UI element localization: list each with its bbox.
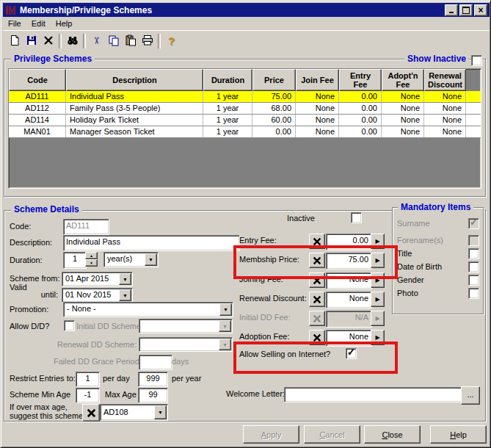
menu-help[interactable]: Help bbox=[51, 18, 78, 29]
print-button[interactable] bbox=[139, 33, 156, 49]
column-header[interactable]: Join Fee bbox=[296, 69, 339, 91]
inactive-label: Inactive bbox=[287, 214, 315, 223]
column-header[interactable]: Duration bbox=[203, 69, 252, 91]
fee-value-field[interactable]: None bbox=[326, 330, 372, 347]
duration-value-field[interactable]: 1 bbox=[63, 252, 87, 269]
suggest-scheme-combo[interactable]: AD108 ▼ bbox=[100, 404, 168, 421]
valid-label: Valid bbox=[10, 283, 27, 292]
welcome-letter-browse-button[interactable]: ... bbox=[461, 386, 480, 405]
dropdown-arrow-icon[interactable]: ▼ bbox=[219, 303, 232, 316]
spin-down-button[interactable]: ▼ bbox=[85, 259, 98, 267]
column-header[interactable]: Entry Fee bbox=[339, 69, 382, 91]
find-button[interactable] bbox=[64, 33, 81, 49]
mandatory-item-checkbox[interactable] bbox=[468, 261, 479, 272]
maximize-button[interactable] bbox=[459, 4, 473, 16]
welcome-letter-field[interactable] bbox=[284, 387, 465, 402]
help-button[interactable]: ? bbox=[163, 33, 180, 49]
button-label: Close bbox=[382, 430, 402, 439]
schemes-table: CodeDescriptionDurationPriceJoin FeeEntr… bbox=[8, 68, 481, 189]
column-header[interactable]: Code bbox=[9, 69, 66, 91]
paste-icon bbox=[125, 35, 137, 48]
table-cell: None bbox=[296, 115, 339, 126]
promotion-combo[interactable]: - None - ▼ bbox=[63, 302, 233, 317]
max-age-field[interactable]: 99 bbox=[138, 388, 168, 403]
fee-clear-button[interactable] bbox=[309, 272, 325, 288]
close-icon: × bbox=[478, 6, 483, 15]
allow-dd-checkbox[interactable] bbox=[64, 320, 75, 331]
fee-expand-button[interactable]: ▶ bbox=[371, 330, 385, 345]
max-age-label: Max Age bbox=[105, 390, 137, 399]
column-header[interactable]: Adopt'n Fee bbox=[382, 69, 424, 91]
delete-button[interactable] bbox=[40, 33, 57, 49]
suggest-scheme-clear-button[interactable] bbox=[82, 404, 100, 422]
table-cell: 0.00 bbox=[252, 126, 296, 137]
min-age-field[interactable]: -1 bbox=[76, 388, 100, 403]
inactive-checkbox[interactable] bbox=[351, 212, 362, 223]
menu-edit[interactable]: Edit bbox=[26, 18, 51, 29]
find-binoculars-icon bbox=[67, 35, 79, 48]
allow-internet-checkbox[interactable] bbox=[346, 348, 357, 359]
button-label: Cancel bbox=[319, 430, 344, 439]
dropdown-arrow-icon[interactable]: ▼ bbox=[145, 253, 157, 266]
fee-value-field[interactable]: 0.00 bbox=[326, 234, 372, 250]
table-row[interactable]: AD114Holiday Park Ticket1 year60.00None0… bbox=[9, 115, 481, 126]
table-row[interactable]: MAN01Manager Season Ticket1 year0.00None… bbox=[9, 126, 481, 138]
help-button[interactable]: Help bbox=[430, 425, 487, 444]
dropdown-arrow-icon[interactable]: ▼ bbox=[119, 289, 131, 301]
fee-clear-button[interactable] bbox=[309, 234, 325, 249]
show-inactive-checkbox[interactable] bbox=[471, 55, 482, 66]
title-bar[interactable]: Membership/Privilege Schemes × bbox=[3, 3, 490, 17]
allow-dd-label: Allow D/D? bbox=[10, 322, 49, 330]
menu-file[interactable]: File bbox=[3, 18, 26, 29]
spin-up-button[interactable]: ▲ bbox=[85, 252, 98, 259]
table-cell: 60.00 bbox=[252, 115, 296, 126]
per-day-field[interactable]: 1 bbox=[76, 372, 100, 387]
table-row[interactable]: AD111Individual Pass1 year75.00None0.00N… bbox=[9, 91, 481, 103]
menu-bar: File Edit Help bbox=[3, 17, 490, 30]
mandatory-item-checkbox[interactable] bbox=[468, 288, 479, 299]
per-year-field[interactable]: 999 bbox=[138, 372, 168, 387]
table-cell: 0.00 bbox=[339, 91, 382, 102]
failed-dd-grace-label: Failed DD Grace Period: bbox=[54, 357, 137, 366]
paste-button[interactable] bbox=[122, 33, 139, 49]
table-cell: None bbox=[382, 91, 424, 102]
cut-button[interactable]: ✂ bbox=[88, 33, 105, 49]
new-button[interactable] bbox=[6, 33, 23, 49]
save-icon bbox=[26, 35, 37, 48]
mandatory-item-checkbox[interactable] bbox=[468, 248, 479, 259]
copy-button[interactable] bbox=[105, 33, 122, 49]
valid-until-date-combo[interactable]: 01 Nov 2015 ▼ bbox=[62, 288, 133, 303]
table-cell: 68.00 bbox=[252, 103, 296, 114]
column-header[interactable]: Description bbox=[66, 69, 203, 91]
scheme-from-date-combo[interactable]: 01 Apr 2015 ▼ bbox=[62, 272, 133, 286]
close-button[interactable]: × bbox=[474, 4, 487, 16]
description-field[interactable]: Individual Pass bbox=[63, 235, 240, 251]
minimize-button[interactable] bbox=[445, 4, 458, 16]
fee-clear-button[interactable] bbox=[309, 330, 325, 345]
duration-unit-combo[interactable]: year(s) ▼ bbox=[103, 252, 159, 267]
dropdown-arrow-icon[interactable]: ▼ bbox=[119, 273, 131, 285]
fee-clear-button[interactable] bbox=[309, 253, 325, 268]
welcome-letter-label: Welcome Letter: bbox=[226, 389, 285, 398]
save-button[interactable] bbox=[23, 33, 40, 49]
fee-value-field[interactable]: None bbox=[326, 292, 372, 308]
fee-expand-button[interactable]: ▶ bbox=[371, 253, 385, 268]
column-header[interactable]: Renewal Discount bbox=[424, 69, 466, 91]
fee-expand-button[interactable]: ▶ bbox=[371, 272, 385, 288]
fee-clear-button[interactable] bbox=[309, 292, 325, 307]
mandatory-item-checkbox bbox=[468, 218, 479, 229]
renewal-dd-scheme-label: Renewal DD Scheme: bbox=[57, 340, 137, 349]
column-header[interactable]: Price bbox=[252, 69, 296, 91]
fee-label: Membship Price: bbox=[239, 255, 308, 264]
close-button[interactable]: Close bbox=[364, 425, 421, 444]
dropdown-arrow-icon[interactable]: ▼ bbox=[154, 405, 167, 419]
table-row[interactable]: AD112Family Pass (3-5 People)1 year68.00… bbox=[9, 103, 481, 115]
fee-expand-button[interactable]: ▶ bbox=[371, 234, 385, 249]
until-label: until: bbox=[36, 290, 58, 299]
suggest-scheme-label-line1: If over max age, bbox=[10, 402, 68, 411]
mandatory-item-checkbox[interactable] bbox=[468, 275, 479, 286]
fee-expand-button[interactable]: ▶ bbox=[371, 292, 385, 307]
fee-value-field[interactable]: None bbox=[326, 272, 372, 289]
fee-value-field[interactable]: 75.00 bbox=[326, 253, 372, 270]
table-cell: AD111 bbox=[9, 91, 66, 102]
